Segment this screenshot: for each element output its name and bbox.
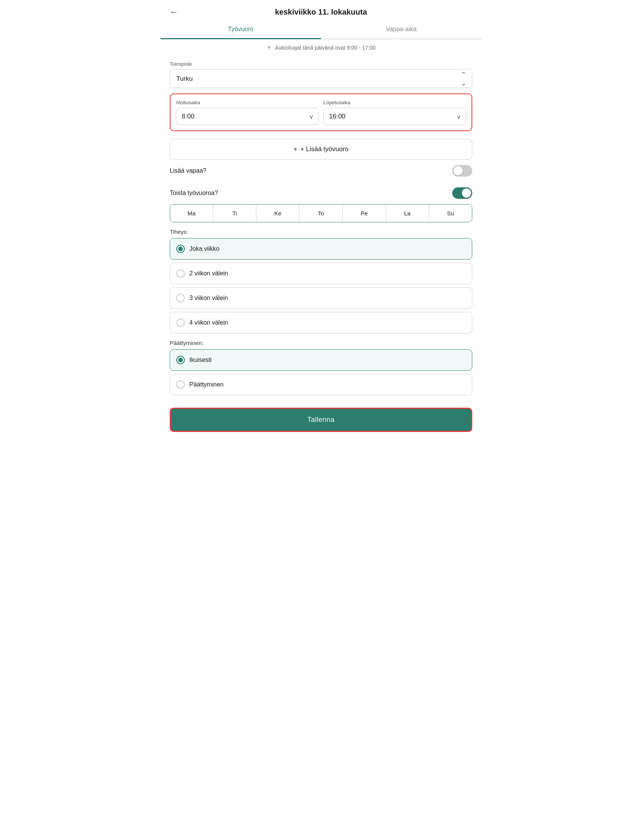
lisaa-vapaa-toggle[interactable]: [452, 165, 472, 177]
tiheys-radio-three: [176, 294, 185, 302]
add-shift-button[interactable]: + + Lisää työvuoro: [170, 139, 472, 160]
add-shift-plus-icon: +: [293, 145, 297, 153]
tab-vapaa-aika[interactable]: Vapaa-aika: [321, 20, 482, 39]
paattyminen-option-paattyminen[interactable]: Päättyminen: [170, 374, 472, 395]
lopetusaika-field: Lopetusaika 16:00 17:00 ∨: [323, 100, 466, 125]
tiheys-radio-two: [176, 269, 185, 278]
paattyminen-option-paattyminen-label: Päättyminen: [189, 381, 224, 388]
aloitusaika-label: Aloitusaika: [176, 100, 319, 105]
aloitusaika-field: Aloitusaika 8:00 9:00 10:00 ∨: [176, 100, 319, 125]
tab-tyovuoro[interactable]: Työvuoro: [160, 20, 321, 39]
aloitusaika-select[interactable]: 8:00 9:00 10:00: [176, 108, 318, 125]
day-btn-su[interactable]: Su: [429, 205, 472, 222]
day-btn-ke[interactable]: Ke: [256, 205, 299, 222]
header: ← keskiviikko 11. lokakuuta: [160, 0, 482, 20]
add-shift-label: + Lisää työvuoro: [300, 145, 348, 153]
tiheys-option-three[interactable]: 3 viikon välein: [170, 287, 472, 309]
page-title: keskiviikko 11. lokakuuta: [170, 8, 472, 17]
day-btn-pe[interactable]: Pe: [343, 205, 386, 222]
tiheys-option-joka-label: Joka viikko: [189, 245, 219, 252]
tiheys-option-two-label: 2 viikon välein: [189, 270, 228, 277]
toimipiste-label: Toimipiste: [170, 61, 472, 67]
lopetusaika-select[interactable]: 16:00 17:00: [324, 108, 466, 125]
lisaa-vapaa-row: Lisää vapaa?: [170, 160, 472, 182]
toimipiste-select-wrapper: Turku ⌃⌄: [170, 69, 472, 88]
day-btn-ti[interactable]: Ti: [213, 205, 256, 222]
day-btn-la[interactable]: La: [386, 205, 429, 222]
tiheys-label: Tiheys:: [170, 228, 472, 235]
tabs-container: Työvuoro Vapaa-aika: [160, 20, 482, 39]
paattyminen-option-ikuisesti-label: Ikuisesti: [189, 357, 212, 363]
time-row: Aloitusaika 8:00 9:00 10:00 ∨ Lopetusaik…: [170, 93, 472, 131]
back-button[interactable]: ←: [170, 7, 178, 17]
paattyminen-radio-paattyminen: [176, 380, 185, 389]
info-bar: ☀ Aukioloajat tänä päivänä ovat 9:00 - 1…: [160, 39, 482, 56]
lopetusaika-select-wrapper: 16:00 17:00 ∨: [323, 108, 466, 125]
save-section: Tallenna: [160, 398, 482, 444]
paattyminen-option-ikuisesti[interactable]: Ikuisesti: [170, 349, 472, 371]
paattyminen-radio-dot-ikuisesti: [178, 358, 183, 362]
paattyminen-radio-ikuisesti: [176, 356, 185, 364]
lopetusaika-label: Lopetusaika: [323, 100, 466, 105]
toista-tyovuoro-label: Toista työvuoroa?: [170, 190, 218, 197]
toista-tyovuoro-knob: [462, 188, 471, 198]
form-content: Toimipiste Turku ⌃⌄ Aloitusaika 8:00 9:0…: [160, 61, 482, 395]
lisaa-vapaa-label: Lisää vapaa?: [170, 167, 206, 174]
lisaa-vapaa-knob: [453, 166, 463, 175]
tiheys-radio-four: [176, 318, 185, 327]
toimipiste-select[interactable]: Turku: [170, 70, 472, 88]
tiheys-radio-joka: [176, 245, 185, 253]
save-button[interactable]: Tallenna: [170, 408, 472, 432]
tiheys-option-four-label: 4 viikon välein: [189, 319, 228, 326]
paattyminen-label: Päättyminen:: [170, 340, 472, 346]
day-btn-ma[interactable]: Ma: [170, 205, 213, 222]
info-icon: ☀: [266, 44, 272, 51]
toista-tyovuoro-toggle[interactable]: [452, 187, 472, 199]
aloitusaika-select-wrapper: 8:00 9:00 10:00 ∨: [176, 108, 319, 125]
toista-tyovuoro-row: Toista työvuoroa?: [170, 182, 472, 204]
tiheys-radio-dot-joka: [178, 247, 183, 251]
day-selector: Ma Ti Ke To Pe La Su: [170, 204, 472, 222]
tiheys-option-two[interactable]: 2 viikon välein: [170, 263, 472, 284]
tiheys-option-three-label: 3 viikon välein: [189, 295, 228, 302]
tiheys-option-joka[interactable]: Joka viikko: [170, 238, 472, 260]
tiheys-option-four[interactable]: 4 viikon välein: [170, 312, 472, 333]
info-text: Aukioloajat tänä päivänä ovat 9:00 - 17:…: [275, 45, 376, 51]
day-btn-to[interactable]: To: [299, 205, 343, 222]
